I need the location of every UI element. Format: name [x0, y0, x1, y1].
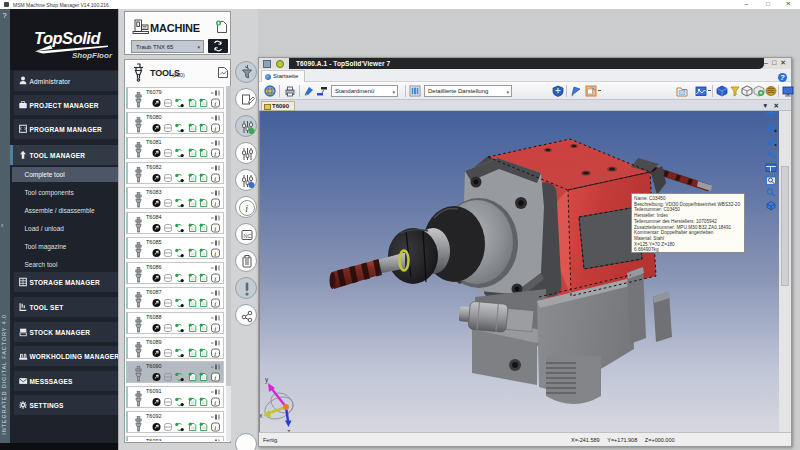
svg-text:i: i: [214, 374, 216, 382]
svg-text:i: i: [214, 249, 216, 257]
svg-text:i: i: [214, 174, 216, 182]
svg-text:i: i: [214, 124, 216, 132]
svg-text:i: i: [214, 274, 216, 282]
svg-text:TopSolid: TopSolid: [34, 29, 101, 47]
svg-text:NC: NC: [244, 233, 252, 239]
svg-text:i: i: [214, 424, 216, 432]
svg-text:x: x: [260, 412, 263, 419]
svg-text:y: y: [265, 376, 269, 384]
svg-text:i: i: [214, 299, 216, 307]
svg-text:ShopFloor: ShopFloor: [72, 51, 113, 60]
svg-text:i: i: [214, 100, 216, 108]
svg-text:i: i: [214, 324, 216, 332]
svg-text:i: i: [214, 224, 216, 232]
svg-text:i: i: [214, 149, 216, 157]
svg-text:i: i: [214, 399, 216, 407]
svg-text:i: i: [214, 199, 216, 207]
svg-text:i: i: [245, 203, 248, 214]
svg-text:i: i: [214, 349, 216, 357]
